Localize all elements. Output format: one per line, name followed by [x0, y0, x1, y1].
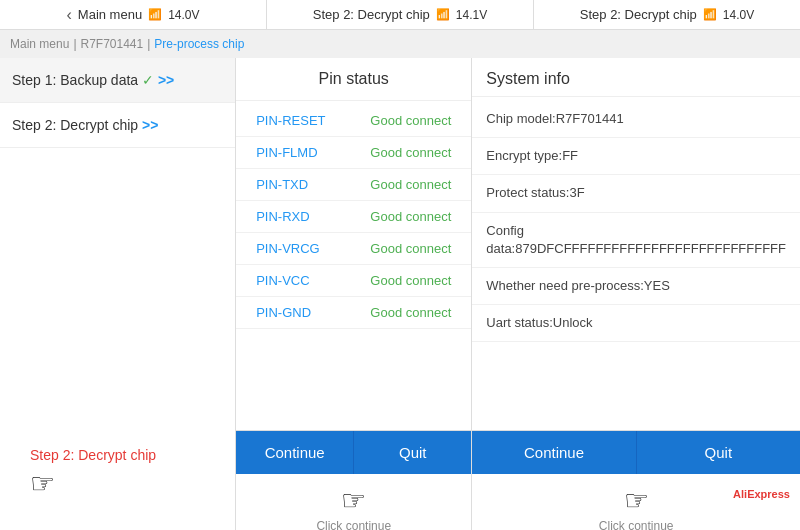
system-info-list: Chip model:R7F701441Encrypt type:FFProte… — [472, 97, 800, 430]
voltage-3: 14.0V — [723, 8, 754, 22]
info-row: Protect status:3F — [472, 175, 800, 212]
pin-row: PIN-RXDGood connect — [236, 201, 471, 233]
info-row: Encrypt type:FF — [472, 138, 800, 175]
wifi-icon-1: 📶 — [148, 8, 162, 21]
pin-quit-button[interactable]: Quit — [354, 431, 471, 474]
step2-arrow: >> — [142, 117, 158, 133]
pin-panel-footer: Continue Quit — [236, 430, 471, 474]
pin-continue-button[interactable]: Continue — [236, 431, 354, 474]
pin-row: PIN-VCCGood connect — [236, 265, 471, 297]
breadcrumb-sep1: | — [73, 37, 76, 51]
top-bar: ‹ Main menu 📶 14.0V Step 2: Decrypt chip… — [0, 0, 800, 30]
pin-status-value: Good connect — [370, 209, 451, 224]
middle-panel: Pin status PIN-RESETGood connectPIN-FLMD… — [236, 58, 472, 530]
breadcrumb: Main menu | R7F701441 | Pre-process chip — [0, 30, 800, 58]
middle-click-hint: ☞ Click continue — [236, 474, 471, 530]
wifi-icon-2: 📶 — [436, 8, 450, 21]
pin-name: PIN-FLMD — [256, 145, 317, 160]
top-bar-section-2: Step 2: Decrypt chip 📶 14.1V — [267, 0, 534, 29]
voltage-1: 14.0V — [168, 8, 199, 22]
pin-row: PIN-GNDGood connect — [236, 297, 471, 329]
pin-name: PIN-GND — [256, 305, 311, 320]
pin-name: PIN-VCC — [256, 273, 309, 288]
left-panel: Step 1: Backup data ✓ >> Step 2: Decrypt… — [0, 58, 236, 530]
pin-status-value: Good connect — [370, 113, 451, 128]
pin-status-value: Good connect — [370, 273, 451, 288]
right-click-hint: ☞ Click continue AliExpress — [472, 474, 800, 530]
info-row: Config data:879DFCFFFFFFFFFFFFFFFFFFFFFF… — [472, 213, 800, 268]
step2-label: Step 2: Decrypt chip — [12, 117, 138, 133]
pin-status-value: Good connect — [370, 241, 451, 256]
pin-name: PIN-TXD — [256, 177, 308, 192]
step1-label: Step 1: Backup data — [12, 72, 138, 88]
pin-row: PIN-FLMDGood connect — [236, 137, 471, 169]
back-arrow-icon[interactable]: ‹ — [67, 6, 72, 24]
step1-arrow: >> — [158, 72, 174, 88]
info-continue-button[interactable]: Continue — [472, 431, 636, 474]
right-hand-cursor-icon: ☞ — [624, 484, 649, 517]
right-panel: System info Chip model:R7F701441Encrypt … — [472, 58, 800, 530]
pin-name: PIN-RXD — [256, 209, 309, 224]
step1-item[interactable]: Step 1: Backup data ✓ >> — [0, 58, 235, 103]
breadcrumb-main-menu[interactable]: Main menu — [10, 37, 69, 51]
voltage-2: 14.1V — [456, 8, 487, 22]
section3-title: Step 2: Decrypt chip — [580, 7, 697, 22]
info-panel-footer: Continue Quit — [472, 430, 800, 474]
middle-click-label: Click continue — [316, 519, 391, 530]
pin-name: PIN-VRCG — [256, 241, 320, 256]
system-info-header: System info — [472, 58, 800, 97]
pin-status-value: Good connect — [370, 305, 451, 320]
pin-row: PIN-VRCGGood connect — [236, 233, 471, 265]
step1-check: ✓ — [142, 72, 154, 88]
wifi-icon-3: 📶 — [703, 8, 717, 21]
pin-status-value: Good connect — [370, 145, 451, 160]
pin-row: PIN-RESETGood connect — [236, 105, 471, 137]
pin-status-value: Good connect — [370, 177, 451, 192]
breadcrumb-sep2: | — [147, 37, 150, 51]
left-cursor-hint: Step 2: Decrypt chip ☞ — [30, 447, 156, 500]
top-bar-section-1[interactable]: ‹ Main menu 📶 14.0V — [0, 0, 267, 29]
pin-row: PIN-TXDGood connect — [236, 169, 471, 201]
info-row: Whether need pre-process:YES — [472, 268, 800, 305]
breadcrumb-chip-id: R7F701441 — [81, 37, 144, 51]
left-hand-cursor-icon: ☞ — [30, 467, 55, 500]
breadcrumb-active: Pre-process chip — [154, 37, 244, 51]
info-quit-button[interactable]: Quit — [637, 431, 800, 474]
right-click-label: Click continue — [599, 519, 674, 530]
info-row: Chip model:R7F701441 — [472, 101, 800, 138]
red-step-label: Step 2: Decrypt chip — [30, 447, 156, 463]
middle-hand-cursor-icon: ☞ — [341, 484, 366, 517]
step2-item[interactable]: Step 2: Decrypt chip >> — [0, 103, 235, 148]
top-bar-section-3: Step 2: Decrypt chip 📶 14.0V — [534, 0, 800, 29]
pin-status-header: Pin status — [236, 58, 471, 101]
pin-name: PIN-RESET — [256, 113, 325, 128]
main-content: Step 1: Backup data ✓ >> Step 2: Decrypt… — [0, 58, 800, 530]
pin-list: PIN-RESETGood connectPIN-FLMDGood connec… — [236, 101, 471, 430]
section2-title: Step 2: Decrypt chip — [313, 7, 430, 22]
aliexpress-badge: AliExpress — [733, 488, 790, 500]
main-menu-title: Main menu — [78, 7, 142, 22]
info-row: Uart status:Unlock — [472, 305, 800, 342]
